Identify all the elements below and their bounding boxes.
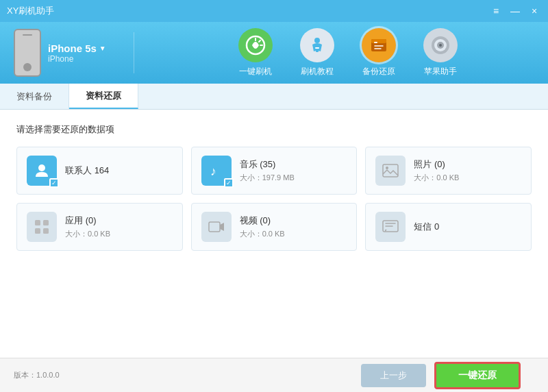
svg-text:♪: ♪ xyxy=(210,164,216,178)
toolbar-item-flash[interactable]: 一键刷机 xyxy=(235,28,276,77)
app-title: XY刷机助手 xyxy=(7,5,54,17)
toolbar-item-apple-helper[interactable]: 苹果助手 xyxy=(420,28,461,77)
music-name: 音乐 (35) xyxy=(240,158,295,171)
music-info: 音乐 (35) 大小：197.9 MB xyxy=(240,158,295,183)
toolbar-item-tutorial[interactable]: 刷机教程 xyxy=(297,28,338,77)
music-checkbox: ✓ xyxy=(224,178,234,188)
backup-label: 备份还原 xyxy=(362,66,395,77)
apps-icon xyxy=(27,212,57,242)
svg-rect-5 xyxy=(371,39,386,43)
svg-point-1 xyxy=(314,38,320,43)
toolbar: iPhone 5s ▼ iPhone 一键刷机 xyxy=(0,22,548,84)
device-dropdown-arrow[interactable]: ▼ xyxy=(99,45,106,52)
title-bar: XY刷机助手 ≡ — × xyxy=(0,0,548,22)
svg-rect-3 xyxy=(316,50,319,52)
photos-icon xyxy=(375,156,406,186)
svg-rect-18 xyxy=(43,228,49,234)
video-info: 视频 (0) 大小：0.0 KB xyxy=(240,215,285,239)
tutorial-label: 刷机教程 xyxy=(301,66,334,77)
apps-size: 大小：0.0 KB xyxy=(65,229,110,239)
data-card-contacts[interactable]: ✓ 联系人 164 xyxy=(16,147,183,195)
svg-rect-2 xyxy=(315,47,319,49)
device-type: iPhone xyxy=(48,54,106,64)
svg-rect-6 xyxy=(374,42,377,43)
svg-point-10 xyxy=(439,44,442,47)
device-name: iPhone 5s ▼ xyxy=(48,42,106,54)
data-card-video[interactable]: 视频 (0) 大小：0.0 KB xyxy=(191,203,358,251)
tab-bar: 资料备份 资料还原 xyxy=(0,84,548,110)
device-text: iPhone 5s ▼ iPhone xyxy=(48,42,106,64)
data-card-music[interactable]: ♪ ✓ 音乐 (35) 大小：197.9 MB xyxy=(191,147,358,195)
photos-size: 大小：0.0 KB xyxy=(414,173,459,183)
svg-rect-16 xyxy=(43,220,49,225)
device-info: iPhone 5s ▼ iPhone xyxy=(14,29,106,77)
svg-rect-13 xyxy=(383,164,398,177)
data-card-sms[interactable]: 短信 0 xyxy=(365,203,532,251)
apps-info: 应用 (0) 大小：0.0 KB xyxy=(65,215,110,239)
svg-rect-17 xyxy=(35,228,40,234)
sms-info: 短信 0 xyxy=(414,221,439,233)
video-icon xyxy=(201,212,232,242)
backup-icon xyxy=(362,28,396,62)
video-name: 视频 (0) xyxy=(240,215,285,227)
window-controls: ≡ — × xyxy=(489,4,541,18)
prev-button[interactable]: 上一步 xyxy=(361,364,426,387)
music-size: 大小：197.9 MB xyxy=(240,173,295,183)
main-content: 请选择需要还原的数据项 ✓ 联系人 164 xyxy=(0,110,548,278)
bottom-actions: 上一步 一键还原 xyxy=(361,362,521,389)
svg-rect-19 xyxy=(209,222,220,232)
content-wrapper: 请选择需要还原的数据项 ✓ 联系人 164 xyxy=(0,110,548,358)
apple-helper-icon xyxy=(423,28,458,62)
version-text: 版本：1.0.0.0 xyxy=(14,370,60,380)
toolbar-separator xyxy=(134,32,134,73)
svg-point-14 xyxy=(386,167,388,169)
apple-helper-label: 苹果助手 xyxy=(424,66,457,77)
toolbar-actions: 一键刷机 刷机教程 备份还原 xyxy=(162,28,534,77)
close-button[interactable]: × xyxy=(527,4,541,18)
flash-icon xyxy=(238,28,273,62)
restore-button[interactable]: 一键还原 xyxy=(434,362,521,389)
minimize-button[interactable]: — xyxy=(508,4,522,18)
photos-info: 照片 (0) 大小：0.0 KB xyxy=(414,158,459,183)
video-size: 大小：0.0 KB xyxy=(240,229,285,239)
toolbar-item-backup-restore[interactable]: 备份还原 xyxy=(358,28,399,77)
data-card-apps[interactable]: 应用 (0) 大小：0.0 KB xyxy=(16,203,183,251)
section-title: 请选择需要还原的数据项 xyxy=(16,123,532,136)
music-icon: ♪ ✓ xyxy=(201,156,232,186)
data-grid: ✓ 联系人 164 ♪ ✓ xyxy=(16,147,532,251)
apps-name: 应用 (0) xyxy=(65,215,110,227)
menu-button[interactable]: ≡ xyxy=(489,4,503,18)
tab-backup[interactable]: 资料备份 xyxy=(0,84,69,109)
sms-icon xyxy=(375,212,406,242)
flash-label: 一键刷机 xyxy=(239,66,272,77)
svg-point-11 xyxy=(38,164,45,171)
tutorial-icon xyxy=(300,28,334,62)
device-icon xyxy=(14,29,41,77)
contacts-icon: ✓ xyxy=(27,156,57,186)
bottom-bar: 版本：1.0.0.0 上一步 一键还原 xyxy=(0,358,548,392)
contacts-checkbox: ✓ xyxy=(49,178,59,188)
photos-name: 照片 (0) xyxy=(414,158,459,171)
data-card-photos[interactable]: 照片 (0) 大小：0.0 KB xyxy=(365,147,532,195)
contacts-info: 联系人 164 xyxy=(65,164,109,177)
svg-rect-15 xyxy=(35,220,40,225)
sms-name: 短信 0 xyxy=(414,221,439,233)
contacts-name: 联系人 164 xyxy=(65,164,109,177)
tab-restore[interactable]: 资料还原 xyxy=(69,84,138,109)
